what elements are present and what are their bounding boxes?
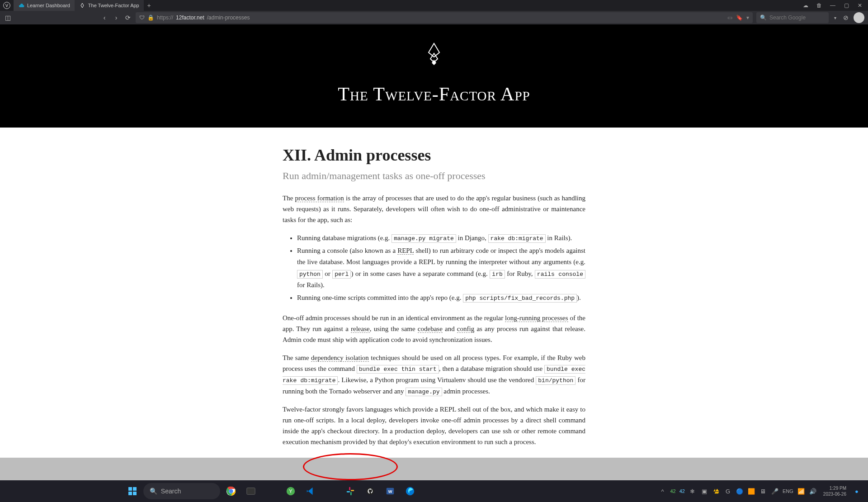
code-snippet: irb [490, 270, 505, 279]
svg-rect-7 [247, 488, 255, 495]
article-subtitle: Run admin/management tasks as one-off pr… [283, 170, 585, 182]
paragraph-2: One-off admin processes should be run in… [283, 313, 585, 345]
svg-rect-4 [133, 492, 137, 495]
tray-stat-2[interactable]: 42 [679, 488, 685, 494]
link-repl[interactable]: REPL [397, 247, 414, 255]
svg-rect-12 [350, 492, 352, 495]
paragraph-4: Twelve-factor strongly favors languages … [283, 404, 585, 447]
taskbar-app-chrome[interactable] [222, 482, 240, 500]
clock[interactable]: 1:29 PM 2023-06-26 [821, 485, 849, 497]
tray-icon-g[interactable]: G [724, 487, 732, 495]
tray-icon-1[interactable]: ❄ [689, 487, 697, 495]
search-box[interactable]: 🔍 [756, 12, 829, 23]
tray-icon-4[interactable]: 🔵 [736, 487, 744, 495]
search-label: Search [161, 488, 181, 495]
url-bar[interactable]: 🛡 🔒 https://12factor.net/admin-processes… [136, 12, 753, 23]
paragraph-1: The process formation is the array of pr… [283, 193, 585, 225]
url-protocol: https:// [157, 14, 173, 21]
code-snippet: manage.py migrate [392, 234, 456, 243]
tab-label: Learner Dashboard [27, 3, 70, 8]
svg-rect-1 [128, 487, 132, 491]
tray-stat-1[interactable]: 42 [670, 488, 675, 494]
taskbar-search[interactable]: 🔍 Search [143, 483, 220, 499]
bookmark-icon[interactable]: 🔖 [736, 14, 743, 21]
svg-rect-3 [128, 492, 132, 495]
code-snippet: python [297, 270, 323, 279]
search-icon: 🔍 [150, 488, 157, 495]
volume-icon[interactable]: 🔊 [809, 487, 817, 495]
taskbar-app-unknown[interactable] [262, 482, 280, 500]
tab-learner-dashboard[interactable]: Learner Dashboard [14, 0, 75, 11]
tray-icon-2[interactable]: ▣ [700, 487, 708, 495]
cloud-sync-icon[interactable]: ☁ [801, 2, 810, 9]
page-content[interactable]: The Twelve-Factor App XII. Admin process… [0, 24, 868, 480]
code-snippet: perl [332, 270, 351, 279]
window-controls: ☁ 🗑 — ▢ ✕ [797, 2, 868, 9]
taskbar-app-terminal[interactable] [242, 482, 260, 500]
profile-avatar[interactable] [854, 12, 864, 23]
list-item: Running database migrations (e.g. manage… [297, 232, 585, 244]
time-label: 1:29 PM [823, 485, 846, 491]
search-engine-icon: 🔍 [760, 14, 767, 21]
tab-twelve-factor[interactable]: The Twelve-Factor App [75, 0, 144, 11]
shield-icon[interactable]: 🛡 [139, 14, 145, 21]
maximize-button[interactable]: ▢ [842, 2, 851, 9]
url-domain: 12factor.net [176, 14, 204, 21]
link-codebase[interactable]: codebase [418, 325, 443, 333]
trash-icon[interactable]: 🗑 [815, 2, 824, 9]
minimize-button[interactable]: — [828, 2, 837, 9]
back-button[interactable]: ‹ [100, 14, 108, 22]
list-item: Running a console (also known as a REPL … [297, 245, 585, 291]
article-heading: XII. Admin processes [283, 146, 585, 165]
link-processes[interactable]: long-running processes [505, 314, 568, 322]
taskbar-app-word[interactable]: W [381, 482, 399, 500]
vivaldi-logo[interactable] [2, 0, 12, 10]
taskbar-app-edge[interactable] [401, 482, 419, 500]
search-dropdown-button[interactable]: ▾ [832, 15, 838, 20]
search-input[interactable] [769, 14, 825, 21]
taskbar-app-green[interactable]: Y [282, 482, 300, 500]
svg-text:W: W [388, 489, 392, 494]
close-button[interactable]: ✕ [855, 2, 864, 9]
new-tab-button[interactable]: + [144, 0, 155, 11]
svg-rect-2 [133, 487, 137, 491]
taskbar-app-slack[interactable] [341, 482, 359, 500]
wifi-icon[interactable]: 📶 [797, 487, 805, 495]
tab-bar: Learner Dashboard The Twelve-Factor App … [0, 0, 868, 11]
link-release[interactable]: release [351, 325, 370, 333]
link-process-formation[interactable]: process formation [295, 194, 344, 202]
dropdown-icon[interactable]: ▾ [746, 14, 749, 21]
svg-point-14 [366, 488, 374, 495]
tray-icon-drive[interactable] [712, 487, 720, 495]
examples-list: Running database migrations (e.g. manage… [297, 232, 585, 303]
forward-button[interactable]: › [112, 14, 120, 22]
toolbar: ◫ ‹ › ⟳ 🛡 🔒 https://12factor.net/admin-p… [0, 11, 868, 24]
panel-toggle-icon[interactable]: ◫ [4, 14, 12, 22]
svg-rect-11 [351, 490, 354, 491]
reload-button[interactable]: ⟳ [124, 14, 132, 22]
link-config[interactable]: config [457, 325, 474, 333]
code-snippet: bin/python [536, 376, 576, 385]
diamond-icon [79, 2, 85, 9]
taskbar-app-vscode[interactable] [302, 482, 320, 500]
code-snippet: php scripts/fix_bad_records.php [463, 294, 577, 303]
start-button[interactable] [123, 482, 142, 500]
url-path: /admin-processes [207, 14, 250, 21]
hero-section: The Twelve-Factor App [0, 24, 868, 128]
windows-taskbar: 🔍 Search Y W ^ 42 42 ❄ ▣ G 🔵 🟧 🖥 🎤 ENG 📶… [0, 480, 868, 502]
check-icon[interactable]: ⊘ [842, 14, 850, 22]
chevron-up-icon[interactable]: ^ [658, 487, 666, 495]
notification-icon[interactable]: ● [853, 487, 861, 495]
reader-mode-icon[interactable]: ▭ [727, 14, 732, 21]
microphone-icon[interactable]: 🎤 [771, 487, 779, 495]
tray-icon-5[interactable]: 🟧 [747, 487, 755, 495]
link-deps[interactable]: dependency isolation [311, 354, 369, 362]
taskbar-app-github[interactable] [361, 482, 379, 500]
code-snippet: manage.py [406, 388, 442, 396]
cloud-icon [18, 2, 24, 9]
system-tray: ^ 42 42 ❄ ▣ G 🔵 🟧 🖥 🎤 ENG 📶 🔊 1:29 PM 20… [658, 485, 864, 497]
tray-icon-6[interactable]: 🖥 [759, 487, 767, 495]
paragraph-3: The same dependency isolation techniques… [283, 352, 585, 397]
language-indicator[interactable]: ENG [783, 488, 793, 494]
taskbar-app-unknown2[interactable] [321, 482, 340, 500]
